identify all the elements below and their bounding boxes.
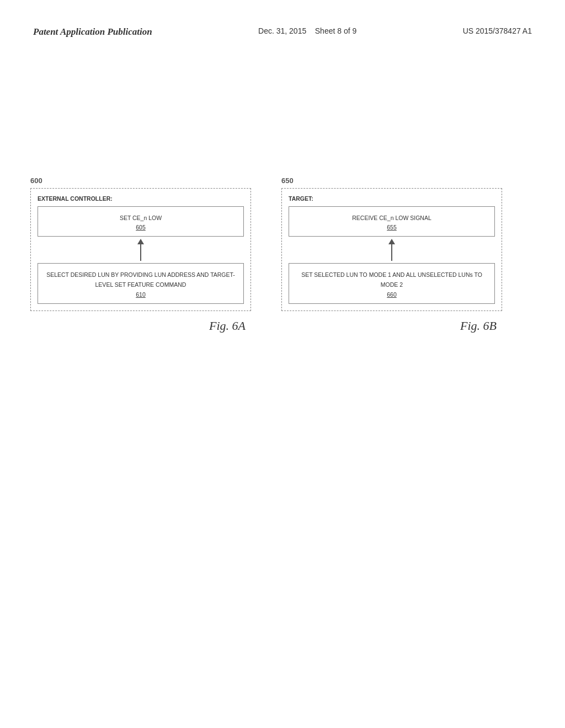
fig6a-box-top-number: 610 (44, 291, 238, 298)
fig6a-box-top-text: SELECT DESIRED LUN BY PROVIDING LUN ADDR… (46, 271, 235, 288)
header-date: Dec. 31, 2015 (258, 26, 306, 35)
fig-6b-diagram: 650 TARGET: RECEIVE CE_n LOW SIGNAL 655 (281, 176, 502, 333)
fig6b-caption: Fig. 6B (281, 319, 502, 333)
fig-6a-diagram: 600 EXTERNAL CONTROLLER: SET CE_n LOW 60… (30, 176, 251, 333)
header-middle: Dec. 31, 2015 Sheet 8 of 9 (258, 26, 356, 35)
fig6b-arrowhead (388, 239, 395, 244)
fig6a-box-bottom: SET CE_n LOW 605 (38, 206, 244, 237)
fig6b-box-top: SET SELECTED LUN TO MODE 1 AND ALL UNSEL… (289, 263, 495, 303)
header-sheet: Sheet 8 of 9 (315, 26, 357, 35)
fig6a-arrow (38, 239, 244, 261)
fig6b-box-top-text: SET SELECTED LUN TO MODE 1 AND ALL UNSEL… (301, 271, 482, 288)
fig6b-arrowline (391, 244, 392, 261)
fig6b-outer-box: TARGET: RECEIVE CE_n LOW SIGNAL 655 SET (281, 188, 502, 311)
fig6a-caption: Fig. 6A (30, 319, 251, 333)
page-header: Patent Application Publication Dec. 31, … (0, 26, 565, 38)
target-label: TARGET: (289, 195, 313, 202)
fig6a-arrowhead (137, 239, 144, 244)
fig6a-box-top: SELECT DESIRED LUN BY PROVIDING LUN ADDR… (38, 263, 244, 303)
fig6a-outer-box: EXTERNAL CONTROLLER: SET CE_n LOW 605 S (30, 188, 251, 311)
fig6b-arrow (289, 239, 495, 261)
fig6b-box-bottom: RECEIVE CE_n LOW SIGNAL 655 (289, 206, 495, 237)
external-controller-label: EXTERNAL CONTROLLER: (38, 195, 113, 202)
header-title: Patent Application Publication (33, 26, 152, 38)
fig6a-box-bottom-number: 605 (44, 224, 238, 231)
fig6b-ref-number: 650 (281, 176, 502, 185)
fig6a-ref-number: 600 (30, 176, 251, 185)
fig6a-box-bottom-text: SET CE_n LOW (120, 215, 162, 221)
fig6b-box-top-number: 660 (295, 291, 489, 298)
fig6b-box-bottom-number: 655 (295, 224, 489, 231)
header-patent-number: US 2015/378427 A1 (463, 26, 532, 35)
fig6b-box-bottom-text: RECEIVE CE_n LOW SIGNAL (352, 215, 431, 221)
fig6a-arrowline (140, 244, 141, 261)
